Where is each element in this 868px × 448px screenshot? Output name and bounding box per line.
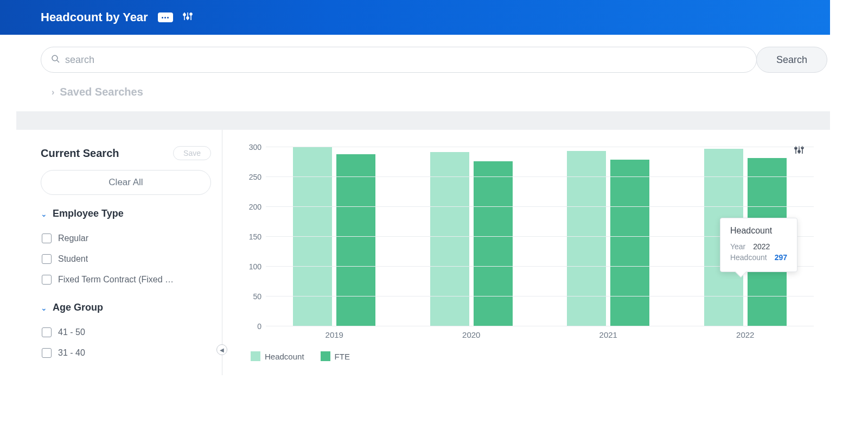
bar-fte[interactable] <box>336 154 375 326</box>
filter-item[interactable]: 31 - 40 <box>41 343 211 363</box>
save-search-button[interactable]: Save <box>173 146 211 160</box>
app-header: Headcount by Year <box>0 0 830 35</box>
x-tick-label: 2022 <box>702 330 789 339</box>
svg-point-5 <box>190 13 192 15</box>
checkbox[interactable] <box>42 348 52 358</box>
chart-area: 300250200150100500 2019202020212022 Head… <box>241 147 814 343</box>
svg-point-3 <box>187 17 189 19</box>
x-tick-label: 2019 <box>291 330 378 339</box>
filter-label: Student <box>58 254 88 264</box>
chart-legend: Headcount FTE <box>241 351 814 361</box>
svg-point-1 <box>183 14 186 16</box>
tooltip-year-key: Year <box>730 242 745 251</box>
filter-item[interactable]: 41 - 50 <box>41 322 211 343</box>
checkbox[interactable] <box>42 275 52 285</box>
search-icon <box>51 54 60 65</box>
checkbox[interactable] <box>42 234 52 243</box>
chart-pane: 300250200150100500 2019202020212022 Head… <box>222 130 830 375</box>
chevron-right-icon: › <box>52 87 54 97</box>
filter-group-toggle[interactable]: ⌄Age Group <box>41 302 211 313</box>
tooltip-title: Headcount <box>730 226 787 236</box>
checkbox[interactable] <box>42 254 52 264</box>
tooltip-hc-val: 297 <box>775 253 787 262</box>
chart-tooltip: Headcount Year 2022 Headcount 297 <box>720 218 797 272</box>
legend-swatch-icon <box>251 351 260 361</box>
y-axis: 300250200150100500 <box>241 147 266 326</box>
clear-all-button[interactable]: Clear All <box>41 170 211 195</box>
page-title: Headcount by Year <box>41 10 148 24</box>
legend-item-fte[interactable]: FTE <box>321 351 350 361</box>
bar-group <box>565 151 652 326</box>
filter-group-title: Age Group <box>53 302 103 313</box>
bar-headcount[interactable] <box>567 151 606 326</box>
x-tick-label: 2020 <box>428 330 515 339</box>
settings-sliders-icon[interactable] <box>183 11 193 24</box>
tooltip-hc-key: Headcount <box>730 253 767 262</box>
filter-item[interactable]: Student <box>41 249 211 269</box>
bar-group <box>291 147 378 326</box>
filter-sidebar: Current Search Save Clear All ⌄Employee … <box>16 130 222 375</box>
bar-fte[interactable] <box>610 160 649 326</box>
current-search-title: Current Search <box>41 147 119 160</box>
search-field-wrap <box>41 47 757 73</box>
search-input[interactable] <box>65 54 756 66</box>
search-row: Search <box>0 35 868 78</box>
bar-group <box>428 152 515 326</box>
filter-item[interactable]: Regular <box>41 228 211 249</box>
filter-label: 31 - 40 <box>58 348 85 358</box>
chevron-down-icon: ⌄ <box>41 210 47 218</box>
bar-fte[interactable] <box>474 161 513 326</box>
saved-searches-toggle[interactable]: › Saved Searches <box>0 78 868 111</box>
tooltip-year-val: 2022 <box>753 242 770 251</box>
bar-headcount[interactable] <box>293 147 332 326</box>
svg-line-7 <box>57 60 59 62</box>
divider-strip <box>16 111 830 130</box>
filter-item[interactable]: Fixed Term Contract (Fixed … <box>41 269 211 290</box>
saved-searches-label: Saved Searches <box>60 86 143 98</box>
bar-headcount[interactable] <box>430 152 469 326</box>
checkbox[interactable] <box>42 327 52 337</box>
chevron-down-icon: ⌄ <box>41 304 47 312</box>
legend-swatch-icon <box>321 351 330 361</box>
x-axis: 2019202020212022 <box>266 326 814 343</box>
more-icon[interactable] <box>158 12 173 22</box>
svg-point-6 <box>52 55 58 61</box>
filter-group-title: Employee Type <box>53 208 124 219</box>
search-button[interactable]: Search <box>756 47 827 73</box>
filter-group-toggle[interactable]: ⌄Employee Type <box>41 208 211 219</box>
x-tick-label: 2021 <box>565 330 652 339</box>
filter-label: Regular <box>58 234 88 243</box>
filter-label: Fixed Term Contract (Fixed … <box>58 275 174 285</box>
legend-item-headcount[interactable]: Headcount <box>251 351 304 361</box>
filter-label: 41 - 50 <box>58 327 85 337</box>
